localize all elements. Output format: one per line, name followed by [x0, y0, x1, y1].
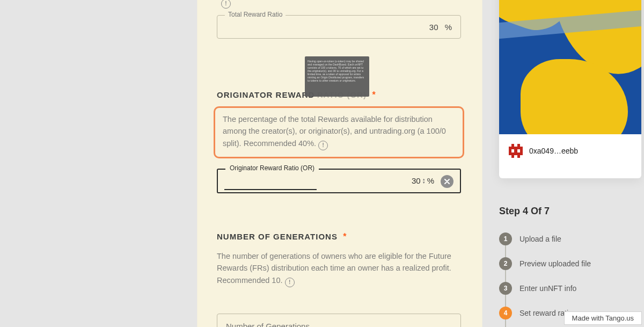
info-icon[interactable]: !	[285, 278, 295, 287]
or-heading-a: ORIGINATOR REWARD	[217, 90, 314, 99]
or-ratio-value: 30	[412, 176, 421, 185]
step-dot: 3	[499, 282, 512, 295]
recommended-hint: !	[221, 0, 231, 9]
step-1[interactable]: 1Upload a file	[499, 227, 639, 251]
step-label: Enter unNFT info	[519, 284, 576, 293]
generations-input[interactable]	[217, 314, 461, 327]
generations-description: The number of generations of owners who …	[217, 250, 461, 287]
stepper-arrows-icon[interactable]: ▲▼	[422, 178, 426, 184]
or-ratio-field[interactable]: Originator Reward Ratio (OR) 30 ▲▼ %	[217, 169, 461, 193]
avatar	[509, 144, 523, 158]
generations-field-wrap	[217, 314, 461, 327]
generations-heading: NUMBER OF GENERATIONS *	[217, 232, 347, 242]
step-title: Step 4 Of 7	[499, 206, 639, 217]
step-3[interactable]: 3Enter unNFT info	[499, 276, 639, 301]
total-reward-field[interactable]: Total Reward Ratio 30 %	[217, 15, 461, 39]
made-with-badge[interactable]: Made with Tango.us	[564, 311, 642, 325]
generations-heading-text: NUMBER OF GENERATIONS	[217, 232, 338, 241]
clear-button[interactable]	[441, 175, 453, 188]
required-mark: *	[343, 232, 346, 241]
total-reward-legend: Total Reward Ratio	[225, 11, 286, 18]
total-reward-unit: %	[445, 23, 452, 32]
generations-description-text: The number of generations of owners who …	[217, 252, 451, 285]
or-ratio-legend: Originator Reward Ratio (OR)	[225, 164, 319, 172]
info-icon[interactable]: !	[318, 141, 328, 150]
or-description-text: The percentage of the total Rewards avai…	[223, 115, 446, 148]
total-reward-value: 30	[429, 23, 438, 32]
info-icon[interactable]: !	[221, 0, 231, 9]
preview-card: 0xa049…eebb	[499, 0, 641, 178]
step-2[interactable]: 2Preview uploaded file	[499, 251, 639, 276]
or-tooltip: Having open-on-token (o-token) may be sh…	[305, 56, 369, 97]
or-ratio-unit: %	[427, 176, 434, 185]
form-panel: ! Total Reward Ratio 30 % Having open-on…	[197, 0, 482, 327]
step-dot: 2	[499, 257, 512, 270]
owner-row[interactable]: 0xa049…eebb	[499, 134, 641, 168]
close-icon	[444, 179, 450, 184]
step-dot: 4	[499, 307, 512, 319]
artwork-preview	[499, 0, 641, 134]
or-description-highlight: The percentage of the total Rewards avai…	[214, 106, 464, 158]
step-dot: 1	[499, 232, 512, 245]
step-label: Upload a file	[519, 235, 561, 243]
step-progress: Step 4 Of 7 1Upload a file2Preview uploa…	[499, 206, 639, 327]
wallet-address: 0xa049…eebb	[529, 147, 578, 155]
step-label: Preview uploaded file	[519, 259, 591, 268]
required-mark: *	[372, 90, 375, 99]
